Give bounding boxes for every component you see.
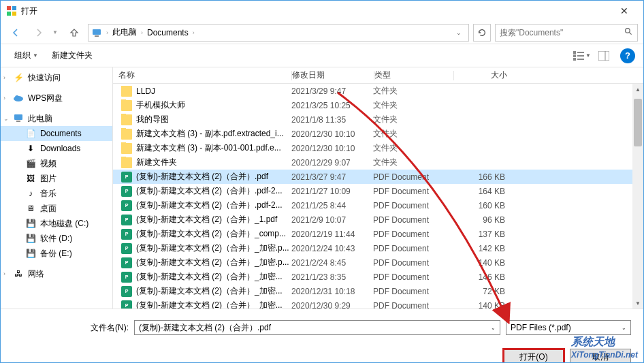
sidebar-videos[interactable]: 🎬视频 xyxy=(1,156,112,171)
document-icon: 📄 xyxy=(25,128,36,139)
file-row[interactable]: (复制)-新建文本文档 (2)（合并）_加密...2020/12/31 10:1… xyxy=(113,284,643,298)
file-date: 2020/12/30 10:10 xyxy=(291,144,373,153)
breadcrumb-documents[interactable]: Documents xyxy=(144,28,191,37)
preview-pane-button[interactable] xyxy=(594,48,613,64)
sidebar-disk-d[interactable]: 💾软件 (D:) xyxy=(1,231,112,246)
file-size: 137 KB xyxy=(452,230,513,239)
sidebar-desktop[interactable]: 🖥桌面 xyxy=(1,201,112,216)
file-row[interactable]: (复制)-新建文本文档 (2)（合并）.pdf2021/3/27 9:47PDF… xyxy=(113,170,643,184)
sidebar-quick-access[interactable]: ›⚡快速访问 xyxy=(1,70,112,85)
file-row[interactable]: (复制)-新建文本文档 (2)（合并）_comp...2020/12/19 11… xyxy=(113,227,643,241)
file-date: 2020/12/31 10:18 xyxy=(291,287,373,296)
breadcrumb-dropdown[interactable]: ⌄ xyxy=(452,29,466,36)
chevron-right-icon: › xyxy=(140,29,144,36)
sidebar-documents[interactable]: 📄Documents xyxy=(1,126,112,141)
up-button[interactable] xyxy=(65,23,84,42)
star-icon: ⚡ xyxy=(13,72,24,83)
file-name: (复制)-新建文本文档 (2)（合并）_1.pdf xyxy=(136,214,277,225)
pdf-icon xyxy=(121,200,132,211)
file-name: LLDJ xyxy=(136,86,155,96)
file-date: 2021/3/27 9:47 xyxy=(291,172,373,182)
breadcrumb[interactable]: › 此电脑 › Documents › ⌄ xyxy=(88,24,469,42)
file-row[interactable]: 我的导图2021/1/8 11:35文件夹 xyxy=(113,112,643,127)
file-row[interactable]: LLDJ2021/3/29 9:47文件夹 xyxy=(113,84,643,98)
col-name[interactable]: 名称 xyxy=(113,69,291,81)
file-row[interactable]: (复制)-新建文本文档 (2)（合并）_加密.p...2020/12/24 10… xyxy=(113,241,643,255)
back-button[interactable] xyxy=(6,23,25,42)
folder-icon xyxy=(121,86,132,97)
file-date: 2021/2/24 8:45 xyxy=(291,258,373,268)
history-dropdown[interactable]: ▼ xyxy=(52,29,61,35)
file-name: (复制)-新建文本文档 (2)（合并）_加密.p... xyxy=(136,257,289,268)
sidebar-this-pc[interactable]: ⌄此电脑 xyxy=(1,111,112,126)
search-box[interactable] xyxy=(495,24,638,42)
filetype-select[interactable]: PDF Files (*.pdf) ⌄ xyxy=(506,320,631,335)
file-type: 文件夹 xyxy=(373,157,452,168)
cloud-icon xyxy=(13,93,24,104)
sidebar-disk-e[interactable]: 💾备份 (E:) xyxy=(1,246,112,261)
pdf-icon xyxy=(121,215,132,225)
file-row[interactable]: (复制)-新建文本文档 (2)（合并）_加密...2020/12/30 9:29… xyxy=(113,298,643,309)
sidebar-disk-c[interactable]: 💾本地磁盘 (C:) xyxy=(1,216,112,231)
window-title: 打开 xyxy=(21,5,611,17)
sidebar-downloads[interactable]: ⬇Downloads xyxy=(1,141,112,156)
sidebar-wps[interactable]: ›WPS网盘 xyxy=(1,91,112,106)
chevron-down-icon[interactable]: ⌄ xyxy=(491,325,496,331)
scroll-down-button[interactable]: ▼ xyxy=(632,298,643,309)
svg-rect-18 xyxy=(14,114,22,120)
file-name: (复制)-新建文本文档 (2)（合并）_加密... xyxy=(136,271,283,283)
file-row[interactable]: (复制)-新建文本文档 (2)（合并）_1.pdf2021/2/9 10:07P… xyxy=(113,212,643,227)
col-date[interactable]: 修改日期 xyxy=(292,69,374,81)
sidebar-music[interactable]: ♪音乐 xyxy=(1,186,112,201)
folder-icon xyxy=(121,114,132,125)
view-mode-button[interactable]: ▼ xyxy=(573,48,592,64)
file-row[interactable]: (复制)-新建文本文档 (2)（合并）_加密...2021/1/23 8:35P… xyxy=(113,270,643,284)
forward-button[interactable] xyxy=(29,23,48,42)
file-row[interactable]: (复制)-新建文本文档 (2)（合并）.pdf-2...2021/1/25 8:… xyxy=(113,198,643,212)
file-row[interactable]: 新建文本文档 (3) - 副本-001-001.pdf.e...2020/12/… xyxy=(113,141,643,155)
pdf-icon xyxy=(121,229,132,240)
file-type: PDF Document xyxy=(373,230,452,239)
scroll-thumb[interactable] xyxy=(634,99,642,146)
open-button[interactable]: 打开(O) xyxy=(503,349,564,363)
sidebar-network[interactable]: ›🖧网络 xyxy=(1,266,112,281)
file-row[interactable]: 新建文本文档 (3) - 副本.pdf.extracted_i...2020/1… xyxy=(113,127,643,141)
file-date: 2020/12/19 11:44 xyxy=(291,230,373,239)
sidebar-pictures[interactable]: 🖼图片 xyxy=(1,171,112,186)
file-row[interactable]: (复制)-新建文本文档 (2)（合并）_加密.p...2021/2/24 8:4… xyxy=(113,255,643,270)
file-size: 140 KB xyxy=(452,258,513,268)
file-type: 文件夹 xyxy=(373,99,452,111)
filename-input-wrap[interactable]: ⌄ xyxy=(134,320,500,335)
disk-icon: 💾 xyxy=(25,248,36,259)
organize-menu[interactable]: 组织▼ xyxy=(9,47,44,64)
disk-icon: 💾 xyxy=(25,218,36,229)
pdf-icon xyxy=(121,300,132,309)
svg-rect-8 xyxy=(573,51,576,54)
svg-rect-2 xyxy=(7,12,11,16)
network-icon: 🖧 xyxy=(13,268,24,279)
col-size[interactable]: 大小 xyxy=(454,69,515,81)
close-button[interactable]: ✕ xyxy=(611,1,638,21)
file-row[interactable]: (复制)-新建文本文档 (2)（合并）.pdf-2...2021/1/27 10… xyxy=(113,184,643,198)
app-icon xyxy=(6,5,17,16)
cancel-button[interactable]: 取消 xyxy=(570,349,631,363)
pc-icon xyxy=(91,27,102,38)
pdf-icon xyxy=(121,286,132,297)
file-name: (复制)-新建文本文档 (2)（合并）.pdf-2... xyxy=(136,185,283,197)
filename-input[interactable] xyxy=(139,323,491,332)
help-button[interactable]: ? xyxy=(620,48,635,63)
col-type[interactable]: 类型 xyxy=(374,69,453,81)
new-folder-button[interactable]: 新建文件夹 xyxy=(46,47,98,64)
svg-rect-3 xyxy=(12,12,16,16)
file-name: 手机模拟大师 xyxy=(136,99,185,111)
search-input[interactable] xyxy=(500,28,624,37)
breadcrumb-pc[interactable]: 此电脑 xyxy=(110,27,140,38)
scroll-up-button[interactable]: ▲ xyxy=(632,84,643,95)
file-row[interactable]: 新建文件夹2020/12/29 9:07文件夹 xyxy=(113,155,643,170)
refresh-button[interactable] xyxy=(473,24,491,42)
scrollbar[interactable]: ▲ ▼ xyxy=(632,84,643,309)
file-name: 新建文本文档 (3) - 副本-001-001.pdf.e... xyxy=(136,142,281,154)
file-row[interactable]: 手机模拟大师2021/3/25 10:25文件夹 xyxy=(113,98,643,112)
pdf-icon xyxy=(121,172,132,183)
file-type: 文件夹 xyxy=(373,128,452,140)
